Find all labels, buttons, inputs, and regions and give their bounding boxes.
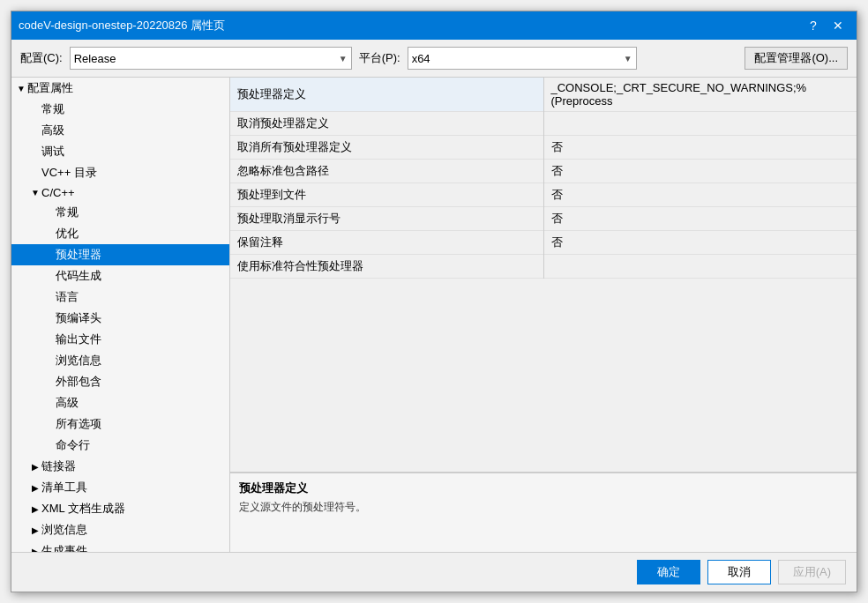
sidebar-item-label: 高级 (56, 395, 226, 411)
sidebar-item-cpp-advanced[interactable]: 高级 (11, 392, 229, 413)
expand-icon: ▼ (29, 188, 41, 197)
sidebar-item-browse-info[interactable]: ▶ 浏览信息 (11, 519, 229, 540)
table-row[interactable]: 使用标准符合性预处理器 (230, 255, 857, 279)
sidebar-item-vc-dirs[interactable]: VC++ 目录 (11, 162, 229, 183)
sidebar-item-general[interactable]: 常规 (11, 99, 229, 120)
dialog-title: codeV-design-onestep-20220826 属性页 (19, 18, 225, 34)
footer: 确定 取消 应用(A) (11, 552, 857, 592)
expand-icon: ▼ (15, 84, 27, 93)
sidebar-item-label: 代码生成 (56, 268, 226, 284)
sidebar-item-build-events[interactable]: ▶ 生成事件 (11, 540, 229, 552)
expand-icon: ▶ (29, 483, 41, 493)
config-dropdown-arrow: ▼ (339, 54, 348, 63)
sidebar-item-cpp-lang[interactable]: 语言 (11, 287, 229, 308)
table-row[interactable]: 保留注释 否 (230, 231, 857, 255)
sidebar-item-label: 常规 (41, 101, 226, 117)
table-row[interactable]: 预处理取消显示行号 否 (230, 207, 857, 231)
expand-icon: ▶ (29, 525, 41, 535)
description-title: 预处理器定义 (239, 480, 848, 496)
prop-value (543, 112, 857, 136)
table-row[interactable]: 预处理到文件 否 (230, 183, 857, 207)
title-bar-controls: ? ✕ (802, 16, 849, 35)
sidebar-item-label: 高级 (41, 123, 226, 138)
sidebar-item-cpp-codegen[interactable]: 代码生成 (11, 265, 229, 287)
apply-button[interactable]: 应用(A) (778, 560, 846, 584)
table-row[interactable]: 取消所有预处理器定义 否 (230, 136, 857, 160)
sidebar-item-debug[interactable]: 调试 (11, 141, 229, 162)
sidebar-item-label: 生成事件 (41, 543, 226, 552)
expand-icon: ▶ (29, 462, 41, 472)
table-row[interactable]: 忽略标准包含路径 否 (230, 160, 857, 183)
prop-name: 忽略标准包含路径 (230, 160, 543, 183)
sidebar-item-label: C/C++ (41, 186, 226, 199)
close-button[interactable]: ✕ (827, 16, 849, 35)
sidebar-item-label: 预编译头 (56, 310, 226, 326)
config-dropdown[interactable]: Release ▼ (70, 47, 352, 70)
prop-value: _CONSOLE;_CRT_SECURE_NO_WARNINGS;%(Prepr… (543, 78, 857, 112)
sidebar-item-label: 预处理器 (56, 247, 226, 263)
sidebar-item-label: 清单工具 (41, 480, 226, 495)
sidebar-item-label: 浏览信息 (41, 522, 226, 538)
platform-value: x64 (412, 52, 632, 65)
prop-name: 预处理到文件 (230, 183, 543, 207)
sidebar-item-cpp-browse[interactable]: 浏览信息 (11, 350, 229, 371)
prop-value: 否 (543, 207, 857, 231)
sidebar-item-xml-gen[interactable]: ▶ XML 文档生成器 (11, 498, 229, 519)
prop-value: 否 (543, 160, 857, 183)
ok-button[interactable]: 确定 (637, 560, 700, 584)
properties-table: 预处理器定义 _CONSOLE;_CRT_SECURE_NO_WARNINGS;… (230, 78, 857, 279)
title-bar: codeV-design-onestep-20220826 属性页 ? ✕ (11, 11, 857, 40)
sidebar-item-cpp-external[interactable]: 外部包含 (11, 371, 229, 392)
sidebar-item-label: 调试 (41, 144, 226, 160)
sidebar-item-cpp-pch[interactable]: 预编译头 (11, 308, 229, 329)
sidebar-item-label: 链接器 (41, 458, 226, 474)
sidebar-item-linker[interactable]: ▶ 链接器 (11, 456, 229, 477)
tree-container: ▼ 配置属性 常规 高级 调试 VC++ 目录 ▼ C/C++ 常规 (11, 78, 229, 552)
prop-name: 预处理取消显示行号 (230, 207, 543, 231)
help-button[interactable]: ? (802, 16, 825, 35)
toolbar: 配置(C): Release ▼ 平台(P): x64 ▼ 配置管理器(O)..… (11, 40, 857, 78)
sidebar-item-cpp-cmdline[interactable]: 命令行 (11, 435, 229, 456)
prop-value: 否 (543, 231, 857, 255)
expand-icon: ▶ (29, 504, 41, 514)
prop-value (543, 255, 857, 279)
sidebar-item-cpp-output[interactable]: 输出文件 (11, 329, 229, 350)
prop-value: 否 (543, 183, 857, 207)
sidebar-item-label: 所有选项 (56, 416, 226, 432)
prop-name: 使用标准符合性预处理器 (230, 255, 543, 279)
sidebar-item-cpp[interactable]: ▼ C/C++ (11, 183, 229, 202)
manage-config-button[interactable]: 配置管理器(O)... (745, 47, 848, 70)
description-panel: 预处理器定义 定义源文件的预处理符号。 (230, 473, 857, 552)
config-value: Release (74, 52, 348, 65)
cancel-button[interactable]: 取消 (707, 560, 771, 584)
sidebar-item-label: 命令行 (56, 437, 226, 453)
platform-dropdown[interactable]: x64 ▼ (408, 47, 637, 70)
sidebar-item-label: 优化 (56, 226, 226, 242)
sidebar-item-config-props[interactable]: ▼ 配置属性 (11, 78, 229, 99)
sidebar: ▼ 配置属性 常规 高级 调试 VC++ 目录 ▼ C/C++ 常规 (11, 78, 230, 552)
title-bar-left: codeV-design-onestep-20220826 属性页 (19, 18, 225, 34)
table-row[interactable]: 取消预处理器定义 (230, 112, 857, 136)
config-label: 配置(C): (20, 50, 63, 66)
sidebar-item-manifest[interactable]: ▶ 清单工具 (11, 477, 229, 498)
description-text: 定义源文件的预处理符号。 (239, 500, 848, 515)
props-table: 预处理器定义 _CONSOLE;_CRT_SECURE_NO_WARNINGS;… (230, 78, 857, 473)
sidebar-item-advanced[interactable]: 高级 (11, 120, 229, 141)
sidebar-item-label: VC++ 目录 (41, 165, 226, 181)
dialog: codeV-design-onestep-20220826 属性页 ? ✕ 配置… (11, 11, 857, 592)
sidebar-item-label: 浏览信息 (56, 353, 226, 368)
prop-name: 保留注释 (230, 231, 543, 255)
prop-name: 取消预处理器定义 (230, 112, 543, 136)
sidebar-item-cpp-optimize[interactable]: 优化 (11, 223, 229, 244)
sidebar-item-cpp-general[interactable]: 常规 (11, 202, 229, 223)
platform-dropdown-arrow: ▼ (624, 54, 632, 63)
prop-name: 预处理器定义 (230, 78, 543, 112)
sidebar-item-cpp-preprocessor[interactable]: 预处理器 (11, 244, 229, 265)
main-content: ▼ 配置属性 常规 高级 调试 VC++ 目录 ▼ C/C++ 常规 (11, 78, 857, 552)
sidebar-item-cpp-allopts[interactable]: 所有选项 (11, 413, 229, 435)
sidebar-item-label: 输出文件 (56, 331, 226, 347)
platform-label: 平台(P): (359, 50, 400, 66)
right-panel: 预处理器定义 _CONSOLE;_CRT_SECURE_NO_WARNINGS;… (230, 78, 857, 552)
sidebar-item-label: XML 文档生成器 (41, 501, 226, 517)
table-row[interactable]: 预处理器定义 _CONSOLE;_CRT_SECURE_NO_WARNINGS;… (230, 78, 857, 112)
